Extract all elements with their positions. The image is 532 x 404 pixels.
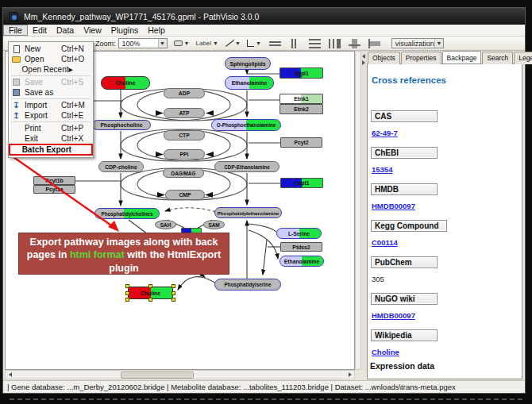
gene-datanode-tool[interactable]: ▼ xyxy=(174,38,190,49)
node-ctp[interactable]: CTP xyxy=(164,130,205,140)
menu-item-open-recent[interactable]: Open Recent▶ xyxy=(9,64,93,75)
tab-search[interactable]: Search xyxy=(482,52,513,64)
chevron-down-icon[interactable]: ▼ xyxy=(434,39,443,48)
horizontal-scrollbar[interactable] xyxy=(5,370,355,379)
menu-item-exit[interactable]: ExitCtrl+X xyxy=(9,133,93,144)
chevron-down-icon[interactable]: ▼ xyxy=(184,40,190,46)
node-adp[interactable]: ADP xyxy=(164,88,205,98)
selection-handle[interactable] xyxy=(125,291,129,295)
distribute-vertical-button[interactable] xyxy=(309,39,321,48)
save-as-disk-icon xyxy=(13,89,20,96)
menu-item-import[interactable]: ↧ImportCtrl+M xyxy=(9,100,93,110)
scrollbar-thumb[interactable] xyxy=(121,371,194,379)
menu-bar: File Edit Data View Plugins Help xyxy=(3,25,525,37)
link-wikipedia[interactable]: Choline xyxy=(372,348,399,356)
node-atp[interactable]: ATP xyxy=(164,108,205,118)
node-sgpl1[interactable]: Sgpl1 xyxy=(279,67,323,79)
node-etnk1[interactable]: Etnk1 xyxy=(279,94,323,104)
line-tool[interactable]: ▼ xyxy=(225,38,241,49)
node-pcyt1a[interactable]: Pcyt1a xyxy=(33,185,75,194)
link-kegg[interactable]: C00114 xyxy=(372,238,398,247)
node-ppi[interactable]: PPi xyxy=(164,149,205,160)
node-dag-mag[interactable]: DAG/MAG xyxy=(163,168,204,178)
chevron-down-icon[interactable]: ▼ xyxy=(235,40,241,46)
align-center-vertical-button[interactable] xyxy=(269,39,281,48)
import-icon: ↧ xyxy=(13,102,19,110)
visualization-value: visualization xyxy=(395,40,434,48)
node-cdp-ethanolamine[interactable]: CDP-Ethanolamine xyxy=(214,161,279,172)
node-phosphatidylcholines[interactable]: Phosphatidylcholines xyxy=(94,208,160,219)
menu-item-batch-export[interactable]: Batch Export xyxy=(9,144,93,156)
node-pcyt2[interactable]: Pcyt2 xyxy=(280,137,322,148)
label-tool-caption: Label xyxy=(195,40,211,47)
selection-handle[interactable] xyxy=(125,298,129,302)
chevron-down-icon[interactable]: ▼ xyxy=(256,40,261,46)
node-ptdss2[interactable]: Ptdss2 xyxy=(280,242,322,252)
menu-item-print[interactable]: PrintCtrl+P xyxy=(9,123,93,133)
visualization-combobox[interactable]: visualization ▼ xyxy=(391,38,444,48)
node-sphingolipids[interactable]: Sphingolipids xyxy=(225,57,271,70)
node-phosphatidylethanolamine[interactable]: Phosphatidylethanolamine xyxy=(214,207,282,218)
node-ethanolamine-top[interactable]: Ethanolamine xyxy=(225,76,274,90)
menu-file[interactable]: File xyxy=(3,25,28,36)
label-tool[interactable]: Label▼ xyxy=(195,38,218,49)
menu-separator xyxy=(11,98,91,99)
splitter-collapse-control[interactable] xyxy=(362,54,366,67)
selection-handle[interactable] xyxy=(172,284,175,288)
scroll-left-icon[interactable] xyxy=(6,371,14,379)
scroll-right-icon[interactable] xyxy=(345,371,354,379)
align-center-horizontal-button[interactable] xyxy=(289,39,301,48)
chevron-down-icon[interactable]: ▼ xyxy=(213,40,218,46)
link-nugo[interactable]: HMDB00097 xyxy=(372,311,415,320)
menu-item-open[interactable]: OpenCtrl+O xyxy=(9,54,93,64)
panel-splitter[interactable] xyxy=(361,51,367,370)
node-cmp[interactable]: CMP xyxy=(165,190,205,200)
node-cept1[interactable]: Cept1 xyxy=(280,178,323,188)
node-sam[interactable]: SAM xyxy=(203,220,225,229)
selection-handle[interactable] xyxy=(125,284,129,288)
menu-item-export[interactable]: ↥ExportCtrl+E xyxy=(9,110,93,121)
menu-edit[interactable]: Edit xyxy=(28,25,52,36)
node-cdp-choline[interactable]: CDP-choline xyxy=(98,161,144,172)
menu-item-new[interactable]: NewCtrl+N xyxy=(9,44,93,54)
node-phosphocholine[interactable]: Phosphocholine xyxy=(92,120,151,130)
tab-backpage[interactable]: Backpage xyxy=(442,51,482,63)
tab-objects[interactable]: Objects xyxy=(368,52,400,64)
node-l-serine[interactable]: L-Serine xyxy=(276,228,322,239)
vertical-scrollbar[interactable] xyxy=(355,51,361,370)
align-bottom-button[interactable] xyxy=(349,39,360,48)
node-etnk2[interactable]: Etnk2 xyxy=(279,104,323,114)
zoom-combobox[interactable]: 100% ▼ xyxy=(118,38,168,48)
tab-properties[interactable]: Properties xyxy=(401,52,441,64)
title-bar[interactable]: Mm_Kennedy_pathway_WP1771_45176.gpml - P… xyxy=(3,8,525,25)
distribute-horizontal-button[interactable] xyxy=(329,39,341,48)
node-sah[interactable]: SAH xyxy=(155,220,176,229)
selection-handle[interactable] xyxy=(172,298,175,302)
menu-help[interactable]: Help xyxy=(143,25,170,36)
menu-view[interactable]: View xyxy=(79,25,106,36)
chevron-down-icon[interactable]: ▼ xyxy=(158,39,167,48)
link-chebi[interactable]: 15354 xyxy=(372,165,392,174)
connector-tool[interactable]: ▼ xyxy=(247,38,261,49)
node-choline-selected-label: Choline xyxy=(141,290,160,296)
node-pcyt1b[interactable]: Pcyt1b xyxy=(33,176,75,185)
selection-handle[interactable] xyxy=(172,291,175,295)
node-choline-top[interactable]: Choline xyxy=(101,76,150,90)
node-phosphatidylserine[interactable]: Phosphatidylserine xyxy=(214,279,281,290)
pathvisio-app-icon xyxy=(9,12,18,21)
link-hmdb[interactable]: HMDB00097 xyxy=(372,202,415,210)
annotation-callout: Export pathway images along with back pa… xyxy=(18,233,229,275)
node-ethanolamine-bottom[interactable]: Ethanolamine xyxy=(279,256,324,267)
menu-item-save-as[interactable]: Save as xyxy=(9,87,93,98)
align-left-button[interactable] xyxy=(368,39,380,48)
menu-plugins[interactable]: Plugins xyxy=(106,25,143,36)
selection-handle[interactable] xyxy=(148,284,152,288)
selection-handle[interactable] xyxy=(148,298,152,302)
menu-data[interactable]: Data xyxy=(52,25,79,36)
node-o-phosphoethanolamine[interactable]: O-Phosphoethanolamine xyxy=(211,119,281,131)
tab-legend[interactable]: Legend xyxy=(514,52,532,64)
menu-item-save[interactable]: SaveCtrl+S xyxy=(9,77,93,87)
link-cas[interactable]: 62-49-7 xyxy=(372,129,398,137)
node-choline-selected[interactable]: Choline xyxy=(128,287,173,299)
open-folder-icon xyxy=(12,56,21,63)
